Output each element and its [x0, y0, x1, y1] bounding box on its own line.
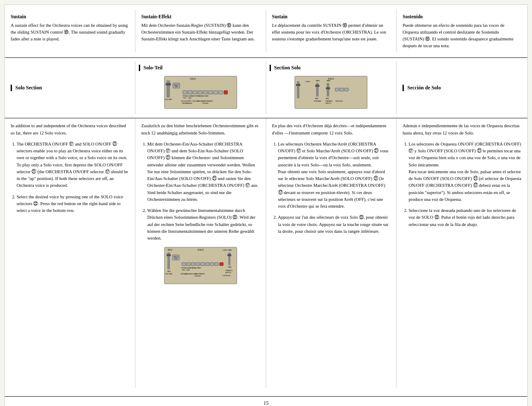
bottom-col-en: In addition to and independent of the Or…	[5, 118, 135, 388]
svg-text:SUSTAIN: SUSTAIN	[314, 100, 321, 102]
svg-rect-67	[210, 263, 214, 266]
svg-text:VIBES: VIBES	[208, 100, 213, 102]
svg-rect-43	[326, 87, 330, 89]
svg-rect-57	[167, 254, 171, 256]
svg-text:MAX: MAX	[327, 80, 331, 82]
svg-text:VOLUME: VOLUME	[164, 98, 172, 100]
svg-text:MAX: MAX	[316, 80, 320, 82]
svg-rect-8	[188, 91, 192, 94]
svg-rect-46	[345, 88, 348, 91]
svg-rect-13	[213, 91, 218, 94]
solo-section-en: Solo Section	[5, 61, 135, 114]
svg-rect-36	[296, 84, 300, 86]
svg-text:OBOE: OBOE	[187, 102, 193, 104]
top-section: Sustain A sustain effect for the Orchest…	[5, 5, 527, 58]
sustain-de-title: Sustain-Effekt	[141, 13, 260, 20]
svg-rect-87	[227, 254, 231, 256]
fr-item-2: Appuyez sur l'un des sélecteurs de voix …	[278, 214, 391, 235]
solo-section-en-title: Solo Section	[11, 85, 42, 91]
panel-diagram-2: SOLO LONG MAX MAX	[293, 75, 369, 109]
top-col-sustain-de: Sustain-Effekt Mit dem Orchester-Sustain…	[135, 10, 266, 52]
svg-text:CELESTE: CELESTE	[335, 100, 343, 102]
sustain-es-title: Sostenido	[403, 13, 521, 20]
bottom-col-es: Además e independientemente de las voces…	[397, 118, 527, 388]
en-item-2: Select the desired voice by pressing one…	[17, 194, 129, 214]
solo-section-es: Sección de Solo	[397, 61, 527, 114]
svg-rect-62	[187, 263, 190, 266]
svg-rect-45	[340, 88, 344, 91]
svg-text:MIN: MIN	[228, 266, 231, 268]
svg-rect-14	[219, 91, 223, 94]
sustain-en-title: Sustain	[11, 13, 129, 20]
fr-list: Les sélecteurs Orchestre Marche/Arrêt (O…	[278, 141, 391, 235]
svg-text:NET: NET	[187, 269, 190, 271]
en-item-1: The ORCHESTRA ON/OFF ⑰ and SOLO ON/OFF ㉑…	[17, 141, 129, 189]
page-number: 15	[5, 396, 527, 406]
svg-rect-3	[166, 83, 171, 86]
svg-text:LONG: LONG	[305, 80, 310, 83]
svg-rect-44	[335, 88, 339, 91]
svg-text:ON: ON	[175, 86, 178, 88]
svg-rect-42	[327, 83, 329, 97]
svg-text:ORGAN: ORGAN	[181, 102, 188, 104]
sustain-fr-title: Sustain	[272, 13, 391, 20]
svg-text:SOLO: SOLO	[190, 77, 196, 80]
fr-intro: En plus des voix d'Orchestre déjà décrit…	[272, 123, 391, 137]
sustain-es-text: Puede obtenerse un efecto de sostenido p…	[403, 22, 521, 49]
svg-text:MAX: MAX	[167, 249, 173, 251]
svg-text:MIN: MIN	[167, 270, 170, 272]
solo-section-de-title: Solo-Teil	[139, 65, 163, 71]
svg-text:PET: PET	[183, 97, 187, 99]
de-item-1: Mit dem Orchester-Ein/Aus-Schalter (ORCH…	[147, 141, 260, 203]
en-intro: In addition to and independent of the Or…	[11, 123, 129, 137]
svg-text:CHORD: CHORD	[194, 275, 201, 277]
svg-text:LONG: LONG	[223, 249, 227, 251]
svg-rect-7	[183, 91, 187, 94]
svg-text:ON: ON	[175, 257, 177, 260]
solo-section-de: Solo-Teil SOLO SOLO ON	[135, 61, 266, 114]
es-item-1: Los selectores de Orquesta ON/OFF (ORCHE…	[408, 141, 521, 203]
top-col-sustain-es: Sostenido Puede obtenerse un efecto de s…	[397, 10, 527, 52]
svg-rect-11	[203, 91, 207, 94]
solo-section-fr-title: Section Solo	[270, 65, 301, 71]
svg-text:MIN: MIN	[326, 97, 329, 100]
svg-rect-9	[193, 91, 197, 94]
en-list: The ORCHESTRA ON/OFF ⑰ and SOLO ON/OFF ㉑…	[17, 141, 129, 214]
svg-rect-68	[215, 263, 219, 266]
fr-item-1: Les sélecteurs Orchestre Marche/Arrêt (O…	[278, 141, 391, 210]
svg-rect-12	[208, 91, 213, 94]
svg-text:CELESTE: CELESTE	[223, 274, 231, 277]
svg-text:VOLUME: VOLUME	[165, 273, 172, 275]
svg-rect-69	[220, 263, 223, 266]
de-item-2: Wählen Sie die gewünschte Instrumentalst…	[147, 207, 260, 242]
es-item-2: Seleccione la voz deseada pulsando uno d…	[408, 207, 521, 228]
svg-text:DEPTH: DEPTH	[225, 272, 231, 274]
panel-diagram-1: SOLO SOLO ON	[162, 75, 239, 109]
solo-section-fr: Section Solo SOLO LONG MAX MAX	[266, 61, 397, 114]
diagram-bottom-de: MAX SOLO SOLO ON	[141, 246, 260, 285]
bottom-col-de: Zusätzlich zu den bisher beschriebenen O…	[135, 118, 266, 388]
diagram-top-2: SOLO LONG MAX MAX	[270, 74, 393, 111]
de-intro: Zusätzlich zu den bisher beschriebenen O…	[141, 123, 260, 137]
middle-section: Solo Section Solo-Teil SOLO SOLO ON	[5, 58, 527, 118]
svg-rect-61	[182, 263, 186, 266]
svg-rect-64	[196, 263, 200, 266]
svg-rect-63	[191, 263, 195, 266]
svg-rect-10	[198, 91, 202, 94]
sustain-en-text: A sustain effect for the Orchestra voice…	[11, 22, 129, 42]
svg-text:PET: PET	[182, 269, 185, 271]
svg-rect-66	[205, 263, 209, 266]
page: Sustain A sustain effect for the Orchest…	[4, 4, 528, 406]
es-intro: Además e independientemente de las voces…	[403, 123, 521, 137]
svg-text:SOLO: SOLO	[198, 249, 204, 251]
svg-text:MIN: MIN	[315, 97, 318, 100]
svg-text:CHORD: CHORD	[202, 102, 208, 104]
svg-text:MAX: MAX	[228, 249, 232, 251]
svg-rect-41	[315, 85, 319, 87]
diagram-top-1: SOLO SOLO ON	[139, 74, 262, 111]
bottom-col-fr: En plus des voix d'Orchestre déjà décrit…	[266, 118, 397, 388]
solo-section-es-title: Sección de Solo	[403, 85, 441, 91]
svg-text:GUITAR: GUITAR	[194, 267, 201, 269]
svg-text:NET: NET	[188, 97, 192, 99]
svg-text:DEPTH: DEPTH	[325, 102, 331, 104]
